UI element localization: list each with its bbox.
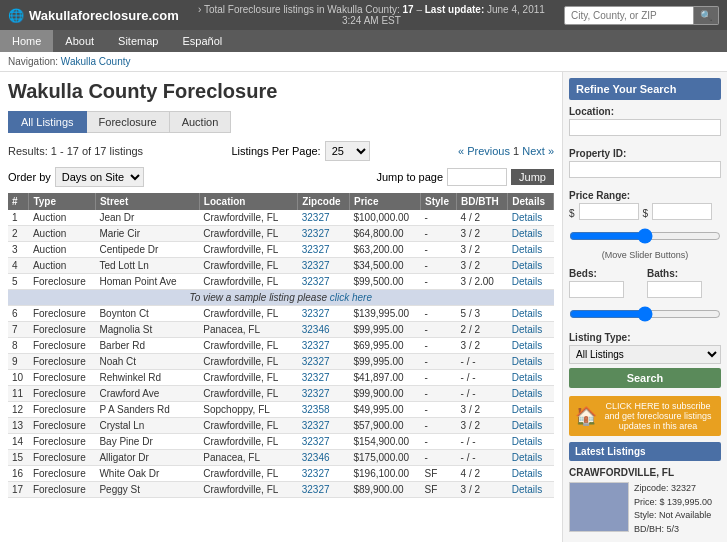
cell-details: Details: [508, 226, 554, 242]
zip-link[interactable]: 32327: [302, 484, 330, 495]
details-link[interactable]: Details: [512, 324, 543, 335]
details-link[interactable]: Details: [512, 260, 543, 271]
cell-num: 8: [8, 338, 29, 354]
zip-link[interactable]: 32346: [302, 452, 330, 463]
tab-auction[interactable]: Auction: [170, 111, 232, 133]
cell-location: Panacea, FL: [199, 322, 297, 338]
details-link[interactable]: Details: [512, 244, 543, 255]
table-row: 2 Auction Marie Cir Crawfordville, FL 32…: [8, 226, 554, 242]
zip-link[interactable]: 32327: [302, 244, 330, 255]
cell-type: Auction: [29, 242, 96, 258]
cell-type: Foreclosure: [29, 434, 96, 450]
table-row: 12 Foreclosure P A Sanders Rd Sopchoppy,…: [8, 402, 554, 418]
search-button[interactable]: 🔍: [694, 6, 719, 25]
cell-zip: 32346: [298, 322, 350, 338]
details-link[interactable]: Details: [512, 340, 543, 351]
zip-link[interactable]: 32327: [302, 436, 330, 447]
cell-zip: 32327: [298, 242, 350, 258]
price-slider[interactable]: [569, 228, 721, 244]
cell-details: Details: [508, 338, 554, 354]
details-link[interactable]: Details: [512, 276, 543, 287]
cell-street: Rehwinkel Rd: [95, 370, 199, 386]
latest-details: Zipcode: 32327 Price: $ 139,995.00 Style…: [569, 482, 721, 536]
zip-link[interactable]: 32327: [302, 308, 330, 319]
next-link[interactable]: Next »: [522, 145, 554, 157]
cell-num: 1: [8, 210, 29, 226]
cell-price: $49,995.00: [349, 402, 420, 418]
cell-style: -: [421, 242, 457, 258]
jump-input[interactable]: [447, 168, 507, 186]
jump-label: Jump to page: [376, 171, 443, 183]
details-link[interactable]: Details: [512, 308, 543, 319]
cell-price: $99,500.00: [349, 274, 420, 290]
nav-sitemap[interactable]: Sitemap: [106, 30, 170, 52]
sidebar-search-button[interactable]: Search: [569, 368, 721, 388]
zip-link[interactable]: 32327: [302, 356, 330, 367]
subscribe-text: CLICK HERE to subscribe and get foreclos…: [601, 401, 715, 431]
zip-link[interactable]: 32358: [302, 404, 330, 415]
cell-num: 11: [8, 386, 29, 402]
details-link[interactable]: Details: [512, 212, 543, 223]
cell-type: Auction: [29, 258, 96, 274]
cell-details: Details: [508, 402, 554, 418]
baths-slider[interactable]: [569, 306, 721, 322]
zip-link[interactable]: 32327: [302, 468, 330, 479]
details-link[interactable]: Details: [512, 372, 543, 383]
listings-table: # Type Street Location Zipcode Price Sty…: [8, 193, 554, 498]
nav-home[interactable]: Home: [0, 30, 53, 52]
tab-foreclosure[interactable]: Foreclosure: [87, 111, 170, 133]
details-link[interactable]: Details: [512, 404, 543, 415]
details-link[interactable]: Details: [512, 420, 543, 431]
per-page-select[interactable]: 10 25 50 100: [325, 141, 370, 161]
search-input[interactable]: [564, 6, 694, 25]
zip-link[interactable]: 32327: [302, 228, 330, 239]
cell-price: $99,900.00: [349, 386, 420, 402]
zip-link[interactable]: 32327: [302, 388, 330, 399]
details-link[interactable]: Details: [512, 356, 543, 367]
price-from-input[interactable]: [579, 203, 639, 220]
sample-link[interactable]: click here: [330, 292, 372, 303]
zip-link[interactable]: 32327: [302, 212, 330, 223]
cell-style: -: [421, 418, 457, 434]
last-update-label: Last update:: [425, 4, 484, 15]
cell-price: $34,500.00: [349, 258, 420, 274]
details-link[interactable]: Details: [512, 468, 543, 479]
orderby-select[interactable]: Days on Site Price Type Street: [55, 167, 144, 187]
baths-input[interactable]: [647, 281, 702, 298]
details-link[interactable]: Details: [512, 436, 543, 447]
details-link[interactable]: Details: [512, 484, 543, 495]
beds-group: Beds:: [569, 268, 643, 302]
cell-bdbth: 3 / 2.00: [457, 274, 508, 290]
breadcrumb-link[interactable]: Wakulla County: [61, 56, 131, 67]
beds-input[interactable]: [569, 281, 624, 298]
listings-per-page: Listings Per Page: 10 25 50 100: [231, 141, 369, 161]
location-input[interactable]: [569, 119, 721, 136]
beds-baths-row: Beds: Baths:: [569, 268, 721, 302]
cell-type: Foreclosure: [29, 482, 96, 498]
cell-bdbth: 3 / 2: [457, 226, 508, 242]
price-to-input[interactable]: [652, 203, 712, 220]
tab-all-listings[interactable]: All Listings: [8, 111, 87, 133]
zip-link[interactable]: 32327: [302, 340, 330, 351]
details-link[interactable]: Details: [512, 452, 543, 463]
property-id-input[interactable]: [569, 161, 721, 178]
cell-price: $69,995.00: [349, 338, 420, 354]
zip-link[interactable]: 32327: [302, 420, 330, 431]
listing-type-select[interactable]: All Listings Foreclosure Auction: [569, 345, 721, 364]
prev-link[interactable]: « Previous: [458, 145, 510, 157]
zip-link[interactable]: 32327: [302, 260, 330, 271]
cell-price: $139,995.00: [349, 306, 420, 322]
details-link[interactable]: Details: [512, 228, 543, 239]
jump-button[interactable]: Jump: [511, 169, 554, 185]
details-link[interactable]: Details: [512, 388, 543, 399]
cell-style: -: [421, 322, 457, 338]
nav-about[interactable]: About: [53, 30, 106, 52]
zip-link[interactable]: 32327: [302, 372, 330, 383]
cell-zip: 32327: [298, 258, 350, 274]
nav-espanol[interactable]: Español: [170, 30, 234, 52]
subscribe-box[interactable]: 🏠 CLICK HERE to subscribe and get forecl…: [569, 396, 721, 436]
zip-link[interactable]: 32327: [302, 276, 330, 287]
cell-style: -: [421, 402, 457, 418]
zip-link[interactable]: 32346: [302, 324, 330, 335]
cell-bdbth: 4 / 2: [457, 466, 508, 482]
